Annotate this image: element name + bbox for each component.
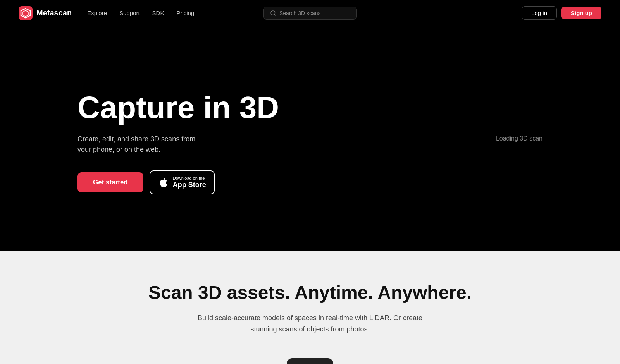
hero-subtitle: Create, edit, and share 3D scans from yo… — [78, 134, 318, 155]
svg-line-4 — [274, 14, 276, 15]
signup-button[interactable]: Sign up — [561, 7, 601, 19]
app-store-small-text: Download on the — [173, 176, 205, 181]
apple-icon — [158, 177, 169, 188]
bottom-cta-button[interactable] — [287, 358, 333, 364]
app-store-big-text: App Store — [173, 181, 206, 189]
app-store-text: Download on the App Store — [173, 176, 206, 189]
features-title: Scan 3D assets. Anytime. Anywhere. — [78, 282, 542, 303]
brand-name: Metascan — [36, 9, 72, 17]
hero-section: Capture in 3D Create, edit, and share 3D… — [0, 26, 620, 251]
bottom-hint — [0, 358, 620, 364]
hero-subtitle-line1: Create, edit, and share 3D scans from — [78, 135, 195, 143]
hero-loading-text: Loading 3D scan — [496, 135, 542, 142]
nav-sdk[interactable]: SDK — [152, 10, 164, 16]
nav-support[interactable]: Support — [119, 10, 140, 16]
hero-title: Capture in 3D — [78, 91, 318, 125]
navbar-center: Search 3D scans — [264, 7, 356, 20]
nav-explore[interactable]: Explore — [87, 10, 107, 16]
features-section: Scan 3D assets. Anytime. Anywhere. Build… — [0, 251, 620, 358]
get-started-button[interactable]: Get started — [78, 172, 143, 192]
metascan-logo-icon — [19, 6, 33, 20]
search-bar[interactable]: Search 3D scans — [264, 7, 356, 20]
login-button[interactable]: Log in — [522, 6, 557, 20]
navbar-right: Log in Sign up — [522, 6, 601, 20]
navbar: Metascan Explore Support SDK Pricing Sea… — [0, 0, 620, 26]
search-placeholder-text: Search 3D scans — [279, 10, 321, 16]
nav-pricing[interactable]: Pricing — [176, 10, 194, 16]
hero-buttons: Get started Download on the App Store — [78, 170, 318, 195]
features-subtitle: Build scale-accurate models of spaces in… — [190, 312, 430, 335]
hero-subtitle-line2: your phone, or on the web. — [78, 146, 160, 153]
nav-links: Explore Support SDK Pricing — [87, 10, 194, 16]
search-icon — [270, 10, 276, 16]
navbar-left: Metascan Explore Support SDK Pricing — [19, 6, 194, 20]
logo[interactable]: Metascan — [19, 6, 72, 20]
app-store-button[interactable]: Download on the App Store — [150, 170, 215, 195]
hero-content: Capture in 3D Create, edit, and share 3D… — [78, 91, 318, 195]
